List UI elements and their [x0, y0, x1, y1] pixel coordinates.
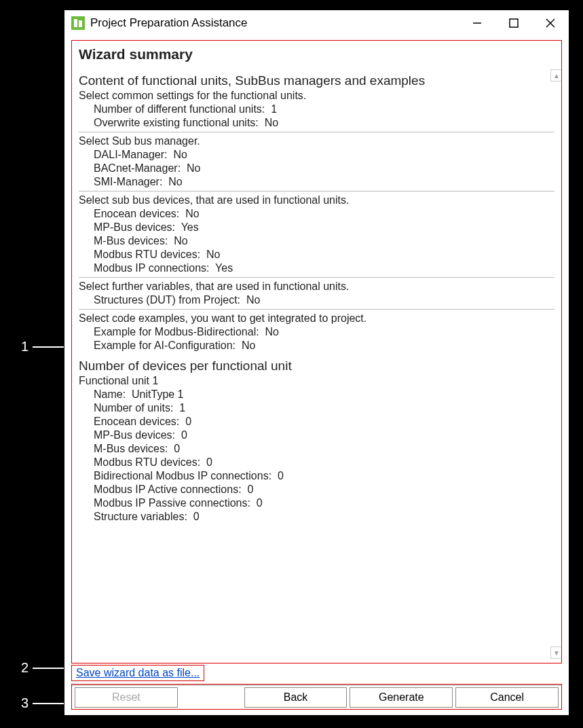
dali-row: DALI-ManagerNo — [94, 149, 554, 161]
example-bidi-row: Example for Modbus-BidirectionalNo — [94, 326, 554, 338]
settings-label: Select common settings for the functiona… — [79, 90, 554, 102]
button-bar-frame: Reset Back Generate Cancel — [71, 684, 562, 710]
minimize-button[interactable] — [459, 10, 495, 36]
modbusip-row: Modbus IP connectionsYes — [94, 262, 554, 274]
unit-struct-row: Structure variables0 — [94, 511, 554, 523]
scroll-up-icon[interactable]: ▲ — [550, 69, 562, 81]
save-wizard-data-link[interactable]: Save wizard data as file... — [76, 667, 200, 678]
summary-title: Wizard summary — [79, 46, 554, 62]
window-controls — [459, 10, 569, 36]
window-title: Project Preparation Assistance — [90, 16, 459, 30]
app-icon — [71, 16, 85, 30]
callout-number: 3 — [12, 695, 29, 711]
overwrite-row: Overwrite existing functional unitsNo — [94, 117, 554, 129]
svg-rect-3 — [510, 19, 518, 27]
reset-button[interactable]: Reset — [75, 687, 178, 708]
examples-label: Select code examples, you want to get in… — [79, 312, 554, 325]
variables-label: Select further variables, that are used … — [79, 280, 554, 293]
save-link-frame: Save wizard data as file... — [71, 665, 204, 681]
mpbus-row: MP-Bus devicesYes — [94, 221, 554, 234]
back-button[interactable]: Back — [244, 687, 347, 708]
mbus-row: M-Bus devicesNo — [94, 235, 554, 247]
divider — [79, 277, 554, 278]
titlebar: Project Preparation Assistance — [64, 10, 569, 36]
smi-row: SMI-ManagerNo — [94, 176, 554, 188]
callout-number: 1 — [12, 339, 29, 354]
bacnet-row: BACnet-ManagerNo — [94, 162, 554, 175]
divider — [79, 191, 554, 192]
unit-label: Functional unit 1 — [79, 375, 554, 387]
bus-manager-label: Select Sub bus manager. — [79, 135, 554, 147]
divider — [79, 132, 554, 132]
unit-modbusrtu-row: Modbus RTU devices0 — [94, 456, 554, 469]
num-units-row: Number of different functional units1 — [94, 103, 554, 115]
section1-heading: Content of functional units, SubBus mana… — [79, 73, 554, 88]
unit-mpbus-row: MP-Bus devices0 — [94, 429, 554, 441]
svg-rect-0 — [74, 19, 77, 27]
unit-name-row: NameUnitType 1 — [94, 388, 554, 401]
cancel-button[interactable]: Cancel — [455, 687, 559, 708]
body-area: ▲ ▼ Wizard summary Content of functional… — [64, 36, 569, 715]
unit-passive-row: Modbus IP Passive connections0 — [94, 497, 554, 509]
dut-row: Structures (DUT) from ProjectNo — [94, 294, 554, 306]
scroll-down-icon[interactable]: ▼ — [550, 647, 562, 659]
bus-devices-label: Select sub bus devices, that are used in… — [79, 194, 554, 206]
unit-bidi-row: Bidirectional Modbus IP connections0 — [94, 470, 554, 482]
generate-button[interactable]: Generate — [350, 687, 453, 708]
divider — [79, 309, 554, 310]
close-button[interactable] — [532, 10, 569, 36]
unit-enocean-row: Enocean devices0 — [94, 416, 554, 428]
example-ai-row: Example for AI-ConfigurationNo — [94, 340, 554, 352]
app-window: Project Preparation Assistance ▲ ▼ Wizar… — [64, 10, 569, 716]
callout-number: 2 — [12, 660, 29, 676]
enocean-row: Enocean devicesNo — [94, 208, 554, 220]
modbusrtu-row: Modbus RTU devicesNo — [94, 249, 554, 261]
unit-active-row: Modbus IP Active connections0 — [94, 484, 554, 496]
svg-rect-1 — [79, 20, 82, 27]
button-bar: Reset Back Generate Cancel — [72, 685, 561, 709]
summary-panel: ▲ ▼ Wizard summary Content of functional… — [71, 40, 562, 663]
unit-mbus-row: M-Bus devices0 — [94, 443, 554, 455]
section2-heading: Number of devices per functional unit — [79, 359, 554, 374]
unit-num-row: Number of units1 — [94, 402, 554, 414]
maximize-button[interactable] — [495, 10, 532, 36]
scrollbar[interactable]: ▲ ▼ — [550, 69, 562, 659]
